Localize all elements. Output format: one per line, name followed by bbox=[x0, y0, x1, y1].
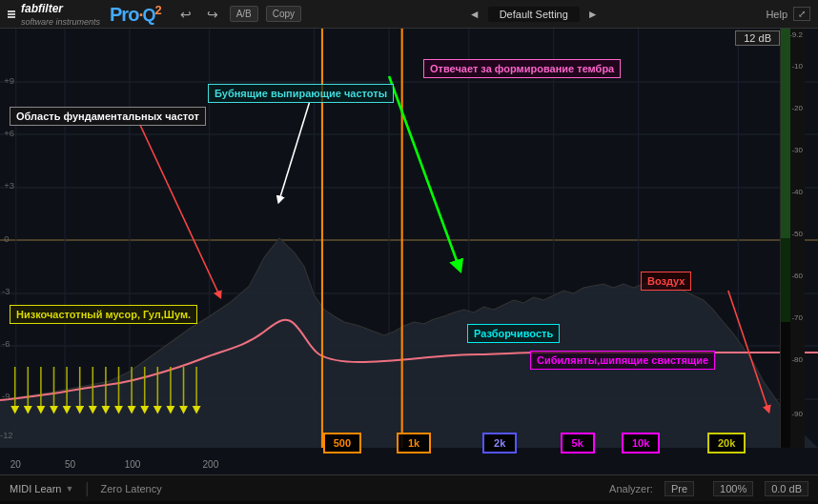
midi-learn-button[interactable]: MIDI Learn ▼ bbox=[10, 483, 73, 494]
logo-icon bbox=[8, 10, 15, 18]
freq-box-10k[interactable]: 10k bbox=[622, 433, 660, 454]
freq-label-50: 50 bbox=[65, 459, 75, 470]
freq-box-500[interactable]: 500 bbox=[323, 433, 361, 454]
freq-box-1k[interactable]: 1k bbox=[397, 433, 431, 454]
midi-learn-arrow: ▼ bbox=[65, 484, 73, 494]
redo-button[interactable]: ↪ bbox=[203, 5, 222, 24]
annotation-bubbling: Бубнящие выпирающие частоты bbox=[208, 84, 394, 103]
annotation-lowfreq: Низкочастотный мусор, Гул,Шум. bbox=[10, 305, 197, 324]
product-logo: Pro·Q2 bbox=[110, 3, 161, 26]
freq-label-20: 20 bbox=[10, 459, 21, 470]
level-value[interactable]: 0.0 dB bbox=[765, 481, 808, 496]
expand-button[interactable]: ⤢ bbox=[793, 7, 810, 21]
ab-button[interactable]: A/B bbox=[230, 6, 258, 22]
svg-text:-12: -12 bbox=[0, 431, 13, 440]
brand-name: fabfiltersoftware instruments bbox=[21, 2, 100, 27]
svg-rect-0 bbox=[0, 29, 818, 474]
analyzer-value[interactable]: Pre bbox=[665, 481, 694, 496]
db-readout: 12 dB bbox=[735, 30, 780, 46]
undo-button[interactable]: ↩ bbox=[176, 5, 195, 24]
freq-box-2k[interactable]: 2k bbox=[482, 433, 517, 454]
annotation-timbre: Отвечает за формирование тембра bbox=[423, 59, 621, 78]
svg-text:-9: -9 bbox=[2, 392, 10, 401]
copy-button[interactable]: Copy bbox=[266, 6, 301, 22]
svg-line-23 bbox=[139, 124, 219, 295]
header-controls: ↩ ↪ A/B Copy bbox=[176, 5, 301, 24]
preset-name: Default Setting bbox=[488, 7, 580, 22]
svg-line-22 bbox=[279, 103, 309, 200]
annotation-clarity: Разборчивость bbox=[467, 324, 560, 343]
eq-display[interactable]: +9 +6 +3 0 -3 -6 -9 -12 Бубнящие выпираю… bbox=[0, 29, 818, 474]
latency-label: Zero Latency bbox=[101, 483, 162, 494]
midi-learn-label: MIDI Learn bbox=[10, 483, 61, 494]
next-preset-button[interactable]: ► bbox=[587, 8, 599, 21]
svg-text:0: 0 bbox=[4, 234, 9, 244]
zoom-value[interactable]: 100% bbox=[713, 481, 753, 496]
freq-label-100: 100 bbox=[125, 459, 141, 470]
annotation-fundamental: Область фундаментальных частот bbox=[10, 107, 206, 126]
svg-line-39 bbox=[728, 291, 768, 410]
freq-box-20k[interactable]: 20k bbox=[707, 433, 746, 454]
help-button[interactable]: Help bbox=[766, 9, 787, 20]
prev-preset-button[interactable]: ◄ bbox=[469, 8, 481, 21]
frequency-labels: 20 50 100 200 bbox=[0, 454, 780, 474]
annotation-air: Воздух bbox=[641, 272, 691, 291]
svg-text:-3: -3 bbox=[2, 287, 10, 296]
logo-area: fabfiltersoftware instruments Pro·Q2 bbox=[8, 2, 161, 27]
preset-area: ◄ Default Setting ► bbox=[301, 7, 766, 22]
analyzer-label: Analyzer: bbox=[609, 483, 653, 494]
svg-text:-6: -6 bbox=[2, 339, 10, 349]
svg-line-21 bbox=[389, 76, 459, 267]
svg-text:+9: +9 bbox=[4, 76, 14, 86]
freq-box-5k[interactable]: 5k bbox=[561, 433, 595, 454]
eq-svg: +9 +6 +3 0 -3 -6 -9 -12 bbox=[0, 29, 818, 474]
svg-text:+3: +3 bbox=[4, 181, 14, 191]
bottom-bar: MIDI Learn ▼ | Zero Latency Analyzer: Pr… bbox=[0, 474, 818, 501]
svg-text:+6: +6 bbox=[4, 129, 14, 138]
annotation-sibilance: Сибилянты,шипящие свистящие bbox=[530, 351, 715, 370]
freq-label-200: 200 bbox=[203, 459, 219, 470]
header-bar: fabfiltersoftware instruments Pro·Q2 ↩ ↪… bbox=[0, 0, 818, 29]
